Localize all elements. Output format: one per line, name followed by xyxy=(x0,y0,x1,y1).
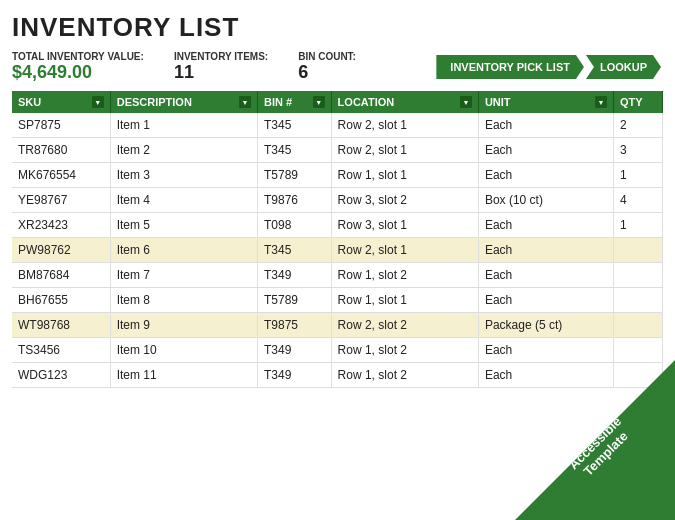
cell-bin: T9876 xyxy=(257,188,331,213)
table-row: BM87684Item 7T349Row 1, slot 2Each xyxy=(12,263,663,288)
cell-qty xyxy=(613,263,662,288)
table-row: XR23423Item 5T098Row 3, slot 1Each1 xyxy=(12,213,663,238)
header-sku[interactable]: SKU xyxy=(12,91,110,113)
cell-unit: Each xyxy=(478,363,613,388)
cell-location: Row 1, slot 2 xyxy=(331,338,478,363)
cell-sku: WDG123 xyxy=(12,363,110,388)
cell-qty xyxy=(613,338,662,363)
inventory-table: SKU DESCRIPTION BIN # LOCATION UNIT xyxy=(12,91,663,388)
cell-location: Row 2, slot 2 xyxy=(331,313,478,338)
items-count: 11 xyxy=(174,62,194,82)
cell-bin: T5789 xyxy=(257,288,331,313)
cell-sku: TR87680 xyxy=(12,138,110,163)
summary-bar: TOTAL INVENTORY VALUE: $4,649.00 INVENTO… xyxy=(12,51,663,83)
table-row: PW98762Item 6T345Row 2, slot 1Each xyxy=(12,238,663,263)
cell-desc: Item 10 xyxy=(110,338,257,363)
header-description[interactable]: DESCRIPTION xyxy=(110,91,257,113)
cell-qty xyxy=(613,238,662,263)
table-row: MK676554Item 3T5789Row 1, slot 1Each1 xyxy=(12,163,663,188)
action-buttons: INVENTORY PICK LIST LOOKUP xyxy=(436,55,663,79)
bin-label: BIN COUNT: xyxy=(298,51,356,62)
cell-location: Row 3, slot 1 xyxy=(331,213,478,238)
unit-filter-icon[interactable] xyxy=(595,96,607,108)
cell-bin: T9875 xyxy=(257,313,331,338)
cell-desc: Item 7 xyxy=(110,263,257,288)
cell-bin: T349 xyxy=(257,338,331,363)
cell-qty: 2 xyxy=(613,113,662,138)
header-bin[interactable]: BIN # xyxy=(257,91,331,113)
cell-qty: 4 xyxy=(613,188,662,213)
cell-unit: Each xyxy=(478,338,613,363)
cell-desc: Item 1 xyxy=(110,113,257,138)
cell-bin: T345 xyxy=(257,138,331,163)
table-row: TS3456Item 10T349Row 1, slot 2Each xyxy=(12,338,663,363)
table-header-row: SKU DESCRIPTION BIN # LOCATION UNIT xyxy=(12,91,663,113)
loc-filter-icon[interactable] xyxy=(460,96,472,108)
header-location[interactable]: LOCATION xyxy=(331,91,478,113)
watermark-line2: Template xyxy=(576,424,635,483)
cell-unit: Each xyxy=(478,138,613,163)
cell-location: Row 2, slot 1 xyxy=(331,113,478,138)
cell-desc: Item 3 xyxy=(110,163,257,188)
inventory-table-wrap: SKU DESCRIPTION BIN # LOCATION UNIT xyxy=(12,91,663,388)
cell-sku: XR23423 xyxy=(12,213,110,238)
sku-filter-icon[interactable] xyxy=(92,96,104,108)
cell-qty xyxy=(613,313,662,338)
cell-bin: T5789 xyxy=(257,163,331,188)
cell-desc: Item 8 xyxy=(110,288,257,313)
cell-qty xyxy=(613,288,662,313)
items-count-item: INVENTORY ITEMS: 11 xyxy=(174,51,268,83)
header-qty[interactable]: QTY xyxy=(613,91,662,113)
table-row: TR87680Item 2T345Row 2, slot 1Each3 xyxy=(12,138,663,163)
cell-bin: T349 xyxy=(257,263,331,288)
cell-location: Row 1, slot 2 xyxy=(331,363,478,388)
cell-unit: Each xyxy=(478,288,613,313)
cell-bin: T345 xyxy=(257,113,331,138)
cell-unit: Package (5 ct) xyxy=(478,313,613,338)
cell-unit: Each xyxy=(478,163,613,188)
items-label: INVENTORY ITEMS: xyxy=(174,51,268,62)
cell-unit: Box (10 ct) xyxy=(478,188,613,213)
lookup-button[interactable]: LOOKUP xyxy=(586,55,661,79)
cell-bin: T349 xyxy=(257,363,331,388)
bin-count-item: BIN COUNT: 6 xyxy=(298,51,356,83)
cell-desc: Item 2 xyxy=(110,138,257,163)
table-row: WDG123Item 11T349Row 1, slot 2Each xyxy=(12,363,663,388)
cell-sku: MK676554 xyxy=(12,163,110,188)
cell-qty: 1 xyxy=(613,213,662,238)
cell-desc: Item 6 xyxy=(110,238,257,263)
cell-sku: SP7875 xyxy=(12,113,110,138)
page-title: INVENTORY LIST xyxy=(12,12,663,43)
cell-sku: YE98767 xyxy=(12,188,110,213)
cell-unit: Each xyxy=(478,113,613,138)
cell-qty: 1 xyxy=(613,163,662,188)
cell-qty: 3 xyxy=(613,138,662,163)
pick-list-button[interactable]: INVENTORY PICK LIST xyxy=(436,55,584,79)
bin-count: 6 xyxy=(298,62,308,82)
table-row: WT98768Item 9T9875Row 2, slot 2Package (… xyxy=(12,313,663,338)
cell-unit: Each xyxy=(478,238,613,263)
cell-location: Row 1, slot 1 xyxy=(331,163,478,188)
bin-filter-icon[interactable] xyxy=(313,96,325,108)
cell-unit: Each xyxy=(478,263,613,288)
cell-sku: TS3456 xyxy=(12,338,110,363)
total-value-label: TOTAL INVENTORY VALUE: xyxy=(12,51,144,62)
cell-location: Row 2, slot 1 xyxy=(331,138,478,163)
table-row: YE98767Item 4T9876Row 3, slot 2Box (10 c… xyxy=(12,188,663,213)
cell-desc: Item 4 xyxy=(110,188,257,213)
desc-filter-icon[interactable] xyxy=(239,96,251,108)
cell-desc: Item 11 xyxy=(110,363,257,388)
watermark-line1: Accessible xyxy=(566,414,625,473)
header-unit[interactable]: UNIT xyxy=(478,91,613,113)
cell-location: Row 1, slot 1 xyxy=(331,288,478,313)
cell-bin: T345 xyxy=(257,238,331,263)
total-value: $4,649.00 xyxy=(12,62,92,82)
cell-desc: Item 9 xyxy=(110,313,257,338)
cell-sku: BH67655 xyxy=(12,288,110,313)
cell-sku: WT98768 xyxy=(12,313,110,338)
cell-location: Row 3, slot 2 xyxy=(331,188,478,213)
cell-desc: Item 5 xyxy=(110,213,257,238)
cell-sku: PW98762 xyxy=(12,238,110,263)
cell-qty xyxy=(613,363,662,388)
cell-location: Row 1, slot 2 xyxy=(331,263,478,288)
